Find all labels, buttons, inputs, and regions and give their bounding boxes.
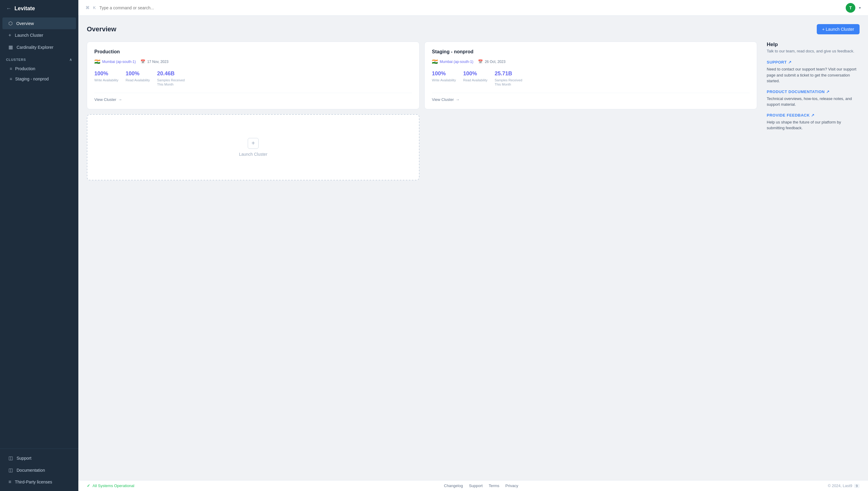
terms-link[interactable]: Terms <box>488 484 499 488</box>
samples-label: Samples Received This Month <box>157 78 185 87</box>
help-feedback-section: PROVIDE FEEDBACK ↗ Help us shape the fut… <box>767 113 860 131</box>
content-area: Overview + Launch Cluster Production 🇮🇳 … <box>78 16 868 475</box>
cluster-region: 🇮🇳 Mumbai (ap-south-1) <box>432 59 473 64</box>
view-cluster-link-staging[interactable]: View Cluster → <box>432 93 750 102</box>
product-docs-desc: Technical overviews, how-tos, release no… <box>767 96 860 108</box>
calendar-icon: 📅 <box>140 59 145 64</box>
plus-icon: + <box>8 32 11 38</box>
feedback-desc: Help us shape the future of our platform… <box>767 119 860 131</box>
cluster-stats: 100% Write Availability 100% Read Availa… <box>94 70 412 87</box>
sidebar-item-label: Support <box>17 456 31 461</box>
flag-icon: 🇮🇳 <box>432 59 438 64</box>
region-name: Mumbai (ap-south-1) <box>102 60 136 64</box>
sidebar-item-cardinality-explorer[interactable]: ▦ Cardinality Explorer <box>2 41 76 53</box>
samples-value: 25.71B <box>495 70 522 77</box>
cluster-stats: 100% Write Availability 100% Read Availa… <box>432 70 750 87</box>
launch-cluster-button[interactable]: + Launch Cluster <box>817 24 860 34</box>
version-badge: 9 <box>854 484 860 488</box>
search-input[interactable] <box>100 5 842 10</box>
help-docs-section: PRODUCT DOCUMENTATION ↗ Technical overvi… <box>767 89 860 108</box>
list-icon: ≡ <box>10 77 12 81</box>
arrow-icon: → <box>118 97 122 102</box>
write-label: Write Availability <box>432 78 456 82</box>
sidebar-item-label: Launch Cluster <box>15 33 43 38</box>
status-text: All Systems Operational <box>92 484 134 488</box>
help-title: Help <box>767 41 860 48</box>
sidebar-cluster-production[interactable]: ≡ Production <box>0 63 78 74</box>
cluster-date: 📅 17 Nov, 2023 <box>140 59 168 64</box>
clusters-grid: Production 🇮🇳 Mumbai (ap-south-1) 📅 17 N… <box>87 41 757 180</box>
k-key: K <box>93 5 96 10</box>
footer: ✓ All Systems Operational Changelog Supp… <box>78 480 868 491</box>
changelog-link[interactable]: Changelog <box>444 484 463 488</box>
sidebar-item-label: Overview <box>16 21 34 26</box>
cluster-name: Production <box>94 49 412 55</box>
list-icon: ≡ <box>8 479 11 485</box>
write-label: Write Availability <box>94 78 118 82</box>
sidebar-item-label: Cardinality Explorer <box>17 45 53 50</box>
read-label: Read Availability <box>463 78 488 82</box>
cluster-meta: 🇮🇳 Mumbai (ap-south-1) 📅 26 Oct, 2023 <box>432 59 750 64</box>
cluster-item-label: Staging - nonprod <box>15 77 49 81</box>
launch-cluster-placeholder[interactable]: + Launch Cluster <box>87 114 420 180</box>
copyright: © 2024, Last9 9 <box>828 484 860 488</box>
sidebar-item-documentation[interactable]: ◫ Documentation <box>2 464 76 476</box>
view-cluster-link-production[interactable]: View Cluster → <box>94 93 412 102</box>
support-icon: ◫ <box>8 455 13 461</box>
cluster-date: 📅 26 Oct, 2023 <box>478 59 505 64</box>
sidebar-item-third-party[interactable]: ≡ Third-Party licenses <box>2 476 76 488</box>
sidebar-nav: ⬡ Overview + Launch Cluster ▦ Cardinalit… <box>0 17 78 53</box>
cluster-region: 🇮🇳 Mumbai (ap-south-1) <box>94 59 136 64</box>
privacy-link[interactable]: Privacy <box>505 484 519 488</box>
sidebar-item-launch-cluster[interactable]: + Launch Cluster <box>2 30 76 41</box>
feedback-link[interactable]: PROVIDE FEEDBACK ↗ <box>767 113 860 117</box>
write-value: 100% <box>432 70 456 77</box>
footer-links: Changelog Support Terms Privacy <box>444 484 518 488</box>
sidebar-item-label: Documentation <box>17 468 45 473</box>
support-link[interactable]: Support <box>469 484 483 488</box>
write-availability-stat: 100% Write Availability <box>432 70 456 87</box>
list-icon: ≡ <box>10 66 12 71</box>
flag-icon: 🇮🇳 <box>94 59 101 64</box>
checkmark-icon: ✓ <box>87 484 90 488</box>
sidebar-bottom-nav: ◫ Support ◫ Documentation ≡ Third-Party … <box>0 449 78 491</box>
sidebar-cluster-staging[interactable]: ≡ Staging - nonprod <box>0 74 78 84</box>
cluster-meta: 🇮🇳 Mumbai (ap-south-1) 📅 17 Nov, 2023 <box>94 59 412 64</box>
region-name: Mumbai (ap-south-1) <box>440 60 473 64</box>
overview-icon: ⬡ <box>8 21 13 26</box>
app-name: Levitate <box>15 5 35 12</box>
page-title: Overview <box>87 25 116 33</box>
read-availability-stat: 100% Read Availability <box>463 70 488 87</box>
chevron-up-icon[interactable]: ∧ <box>69 58 72 62</box>
sidebar-item-support[interactable]: ◫ Support <box>2 452 76 464</box>
chevron-down-icon[interactable]: ▾ <box>859 6 861 10</box>
samples-value: 20.46B <box>157 70 185 77</box>
date-value: 17 Nov, 2023 <box>147 60 168 64</box>
calendar-icon: 📅 <box>478 59 483 64</box>
cluster-card-staging: Staging - nonprod 🇮🇳 Mumbai (ap-south-1)… <box>424 41 757 109</box>
plus-box-icon: + <box>248 138 259 149</box>
support-link[interactable]: SUPPORT ↗ <box>767 60 860 64</box>
avatar[interactable]: T <box>846 3 855 13</box>
view-cluster-label: View Cluster <box>432 97 454 102</box>
launch-placeholder-label: Launch Cluster <box>239 152 267 156</box>
help-subtitle: Talk to our team, read docs, and give us… <box>767 49 860 53</box>
page-header: Overview + Launch Cluster <box>87 24 860 34</box>
clusters-section-header: CLUSTERS ∧ <box>0 53 78 63</box>
samples-stat: 20.46B Samples Received This Month <box>157 70 185 87</box>
read-value: 100% <box>126 70 150 77</box>
sidebar-item-overview[interactable]: ⬡ Overview <box>2 18 76 29</box>
help-support-section: SUPPORT ↗ Need to contact our support te… <box>767 60 860 84</box>
date-value: 26 Oct, 2023 <box>485 60 505 64</box>
command-symbol: ⌘ <box>86 5 89 10</box>
product-docs-link[interactable]: PRODUCT DOCUMENTATION ↗ <box>767 89 860 94</box>
grid-icon: ▦ <box>8 44 13 50</box>
samples-stat: 25.71B Samples Received This Month <box>495 70 522 87</box>
help-panel: Help Talk to our team, read docs, and gi… <box>763 41 860 137</box>
docs-icon: ◫ <box>8 467 13 473</box>
back-icon[interactable]: ← <box>6 5 11 12</box>
arrow-icon: → <box>456 97 459 102</box>
main-content: ⌘ K T ▾ Overview + Launch Cluster Produc… <box>78 0 868 491</box>
support-desc: Need to contact our support team? Visit … <box>767 66 860 84</box>
write-availability-stat: 100% Write Availability <box>94 70 118 87</box>
